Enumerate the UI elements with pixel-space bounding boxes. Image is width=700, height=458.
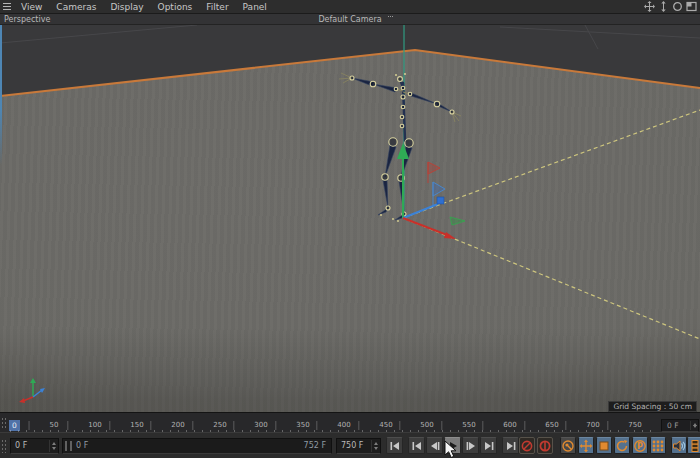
next-frame-button[interactable]	[462, 437, 479, 454]
ruler-tick-label: 200	[171, 421, 184, 430]
record-active-objects-button[interactable]	[519, 437, 535, 454]
menu-panel[interactable]: Panel	[236, 0, 274, 14]
ruler-tick-label: 700	[586, 421, 599, 430]
perspective-viewport[interactable]: Grid Spacing : 50 cm	[0, 25, 700, 412]
record-position-button[interactable]	[578, 437, 594, 454]
ruler-frame-box[interactable]: 0 F	[661, 419, 699, 432]
previous-frame-button[interactable]	[426, 437, 443, 454]
hamburger-menu-icon[interactable]	[0, 0, 14, 14]
keyframe-selection-icon	[561, 439, 575, 453]
menu-options[interactable]: Options	[151, 0, 200, 14]
camera-name-label[interactable]: Default Camera	[0, 15, 700, 24]
ruler-grip-handle[interactable]	[1, 417, 7, 429]
autokey-icon	[538, 439, 552, 453]
ruler-tick-label: 150	[130, 421, 143, 430]
ruler-frame-box-value: 0 F	[667, 421, 678, 430]
camera-link-icon	[388, 16, 393, 19]
ruler-tick-label: 650	[545, 421, 558, 430]
axis-gizmo[interactable]	[397, 143, 456, 239]
viewport-edge-highlight	[0, 25, 2, 165]
scale-icon	[597, 439, 611, 453]
gizmo-x-axis[interactable]	[403, 218, 447, 235]
ruler-tick-label: 400	[337, 421, 350, 430]
spinner-icon[interactable]	[690, 421, 697, 430]
ruler-tick-label: 100	[88, 421, 101, 430]
max-time-value: 750 F	[341, 441, 363, 450]
record-scale-button[interactable]	[596, 437, 612, 454]
world-axes	[403, 110, 700, 339]
range-start-handle[interactable]	[65, 441, 72, 451]
gizmo-z-handle[interactable]	[437, 197, 444, 204]
record-parameter-button[interactable]: P	[632, 437, 648, 454]
ruler-tick-label: 350	[296, 421, 309, 430]
animation-toolbar: 0 F 0 F 752 F 750 F	[0, 432, 700, 458]
spinner-icon[interactable]	[371, 440, 379, 452]
gizmo-x-arrowhead[interactable]	[444, 232, 456, 239]
timeline-range-slider[interactable]: 0 F 752 F	[62, 438, 332, 454]
parameter-icon: P	[633, 439, 647, 453]
current-frame-value: 0 F	[15, 441, 27, 450]
next-frame-icon	[466, 441, 476, 451]
record-icon	[520, 439, 534, 453]
position-icon	[579, 439, 593, 453]
menu-view[interactable]: View	[14, 0, 49, 14]
ruler-tick-label: 550	[462, 421, 475, 430]
range-start-label: 0 F	[76, 440, 88, 452]
range-end-label: 752 F	[304, 440, 326, 452]
ruler-tick-label: 450	[379, 421, 392, 430]
previous-frame-icon	[430, 441, 440, 451]
goto-start-button[interactable]	[386, 437, 403, 454]
point-level-animation-icon	[651, 439, 665, 453]
gizmo-z-axis[interactable]	[403, 204, 438, 218]
menu-filter[interactable]: Filter	[199, 0, 235, 14]
goto-start-icon	[390, 441, 400, 451]
keyframe-selection-button[interactable]	[560, 437, 576, 454]
pole-flags[interactable]	[428, 162, 465, 225]
viewport-menubar: View Cameras Display Options Filter Pane…	[0, 0, 700, 14]
ruler-tick-label: 300	[254, 421, 267, 430]
record-pla-button[interactable]	[650, 437, 666, 454]
ruler-tick-label: 500	[420, 421, 433, 430]
ruler-tick-label: 50	[50, 421, 59, 430]
autokeying-button[interactable]	[537, 437, 553, 454]
viewport-scene	[0, 25, 700, 412]
grid-spacing-hud: Grid Spacing : 50 cm	[608, 401, 697, 412]
filmstrip-icon	[688, 439, 700, 453]
goto-end-icon	[506, 441, 516, 451]
goto-end-button[interactable]	[502, 437, 519, 454]
speaker-icon	[672, 439, 686, 453]
current-frame-field[interactable]: 0 F	[10, 438, 59, 454]
previous-key-icon	[412, 441, 422, 451]
world-orientation-icon	[19, 378, 45, 403]
rotation-icon	[615, 439, 629, 453]
ruler-tick-label: 250	[213, 421, 226, 430]
rotate-view-icon[interactable]	[672, 1, 683, 12]
view-title-bar: Perspective Default Camera	[0, 14, 700, 25]
menu-display[interactable]: Display	[103, 0, 150, 14]
next-key-button[interactable]	[480, 437, 497, 454]
ruler-tick-label: 600	[503, 421, 516, 430]
toggle-view-icon[interactable]	[686, 1, 697, 12]
dolly-view-icon[interactable]	[658, 1, 669, 12]
record-rotation-button[interactable]	[614, 437, 630, 454]
move-view-icon[interactable]	[644, 1, 655, 12]
spinner-icon[interactable]	[49, 440, 57, 452]
timeline-ruler[interactable]: 0 50 100 150 200 250 300 350 400 450 500…	[0, 412, 700, 432]
toolbar-grip-handle[interactable]	[1, 439, 7, 453]
mouse-cursor	[444, 440, 457, 458]
max-time-field[interactable]: 750 F	[336, 438, 381, 454]
ruler-tick-label: 750	[628, 421, 641, 430]
c4d-window: View Cameras Display Options Filter Pane…	[0, 0, 700, 458]
svg-text:P: P	[637, 441, 643, 450]
play-sounds-button[interactable]	[671, 437, 687, 454]
previous-key-button[interactable]	[408, 437, 425, 454]
next-key-icon	[484, 441, 494, 451]
filmstrip-button[interactable]	[687, 437, 700, 454]
menu-cameras[interactable]: Cameras	[49, 0, 103, 14]
